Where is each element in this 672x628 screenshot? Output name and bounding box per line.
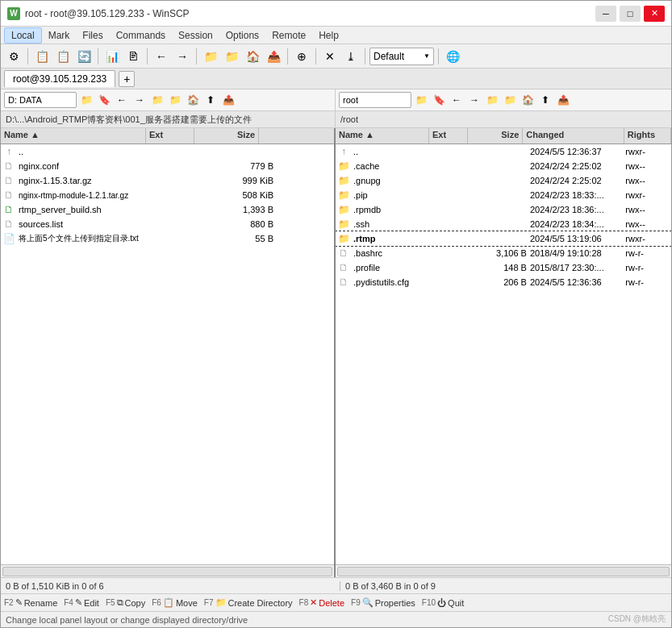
right-nav-back[interactable]: ← <box>449 92 465 108</box>
list-item[interactable]: 📁 .cache 2024/2/24 2:25:02 rwx-- <box>336 159 671 173</box>
right-btn1[interactable]: 📁 <box>484 92 500 108</box>
app-icon: W <box>7 7 20 20</box>
left-scrollbar[interactable] <box>1 564 334 577</box>
list-item[interactable]: 🗋 rtmp_server_build.sh 1,393 B <box>1 202 334 217</box>
list-item[interactable]: 🗋 .pydistutils.cfg 206 B 2024/5/5 12:36:… <box>336 275 671 289</box>
right-bookmark[interactable]: 🔖 <box>431 92 447 108</box>
tb-btn-7[interactable]: 🏠 <box>243 47 262 66</box>
right-h-scrollbar[interactable] <box>337 567 670 576</box>
menu-remote[interactable]: Remote <box>265 28 312 43</box>
transfer-mode-dropdown[interactable]: Default <box>369 48 434 65</box>
preferences-button[interactable]: ⚙ <box>4 47 23 66</box>
shortcut-f8[interactable]: F8 ✕ Delete <box>299 597 344 608</box>
tb-btn-4[interactable]: 🖹 <box>123 47 143 66</box>
left-address-bar: D: DATA 📁 🔖 ← → 📁 📁 🏠 ⬆ 📤 <box>1 89 336 110</box>
right-btn3[interactable]: 🏠 <box>520 92 536 108</box>
left-bookmark[interactable]: 🔖 <box>96 92 112 108</box>
shortcut-f10[interactable]: F10 ⏻ Quit <box>422 598 464 608</box>
left-btn5[interactable]: 📤 <box>220 92 236 108</box>
tb-btn-10[interactable]: ✕ <box>320 47 340 66</box>
session-bar: root@39.105.129.233 + <box>1 69 671 89</box>
left-col-ext[interactable]: Ext <box>146 128 194 143</box>
left-btn3[interactable]: 🏠 <box>185 92 201 108</box>
file-icon: 🗋 <box>337 261 350 274</box>
session-tab[interactable]: root@39.105.129.233 <box>4 70 115 87</box>
left-file-list: ↑ .. 🗋 nginx.conf 779 B 🗋 <box>1 144 334 564</box>
shortcut-f7[interactable]: F7 📁 Create Directory <box>204 597 293 608</box>
left-drive-dropdown[interactable]: D: DATA <box>4 92 77 108</box>
list-item[interactable]: 📁 .ssh 2024/2/23 18:34:... rwx-- <box>336 217 671 231</box>
tb-btn-11[interactable]: ⤓ <box>341 47 361 66</box>
shortcut-f5[interactable]: F5 ⧉ Copy <box>106 597 145 608</box>
tb-nav-fwd[interactable]: → <box>173 47 192 66</box>
list-item[interactable]: 📁 .pip 2024/2/23 18:33:... rwxr- <box>336 188 671 202</box>
list-item[interactable]: 📁 .gnupg 2024/2/24 2:25:02 rwx-- <box>336 173 671 188</box>
left-nav-back[interactable]: ← <box>114 92 130 108</box>
list-item[interactable]: ↑ .. <box>1 144 334 159</box>
menu-commands[interactable]: Commands <box>110 28 172 43</box>
shortcut-bar: F2 ✎ Rename F4 ✎ Edit F5 ⧉ Copy F6 📋 Mov… <box>1 593 671 611</box>
new-session-button[interactable]: + <box>119 71 135 87</box>
right-btn2[interactable]: 📁 <box>502 92 518 108</box>
tb-btn-6[interactable]: 📁 <box>222 47 241 66</box>
right-btn5[interactable]: 📤 <box>555 92 571 108</box>
shortcut-f6[interactable]: F6 📋 Move <box>152 597 198 608</box>
right-col-header: Name ▲ Ext Size Changed Rights <box>336 128 671 144</box>
left-btn4[interactable]: ⬆ <box>202 92 219 108</box>
tb-btn-8[interactable]: 📤 <box>264 47 283 66</box>
maximize-button[interactable]: □ <box>620 6 641 22</box>
right-col-changed[interactable]: Changed <box>523 128 624 143</box>
shortcut-f4[interactable]: F4 ✎ Edit <box>64 597 99 608</box>
shortcut-f9[interactable]: F9 🔍 Properties <box>351 597 415 608</box>
menu-mark[interactable]: Mark <box>42 28 77 43</box>
hint-bar: Change local panel layout or change disp… <box>1 611 671 627</box>
left-nav-fwd[interactable]: → <box>131 92 148 108</box>
menu-files[interactable]: Files <box>76 28 109 43</box>
left-open-folder[interactable]: 📁 <box>78 92 94 108</box>
left-btn1[interactable]: 📁 <box>149 92 165 108</box>
menu-session[interactable]: Session <box>172 28 219 43</box>
tb-btn-1[interactable]: 📋 <box>32 47 52 66</box>
list-item[interactable]: 🗋 .profile 148 B 2015/8/17 23:30:... rw-… <box>336 260 671 275</box>
right-col-rights[interactable]: Rights <box>624 128 671 143</box>
list-item[interactable]: 🗋 nginx-rtmp-module-1.2.1.tar.gz 508 KiB <box>1 188 334 202</box>
folder-icon: 📁 <box>337 160 350 173</box>
file-icon: 🗋 <box>337 247 350 260</box>
left-col-name[interactable]: Name ▲ <box>1 128 146 143</box>
menu-help[interactable]: Help <box>312 28 345 43</box>
tb-btn-9[interactable]: ⊕ <box>292 47 311 66</box>
close-button[interactable]: ✕ <box>644 6 665 22</box>
right-drive-dropdown[interactable]: root <box>339 92 411 108</box>
minimize-button[interactable]: ─ <box>595 6 616 22</box>
list-item[interactable]: 🗋 nginx.conf 779 B <box>1 159 334 173</box>
list-item[interactable]: 📁 .rtmp 2024/5/5 13:19:06 rwxr- <box>336 231 671 246</box>
right-col-ext[interactable]: Ext <box>429 128 469 143</box>
right-col-name[interactable]: Name ▲ <box>336 128 429 143</box>
left-btn2[interactable]: 📁 <box>167 92 183 108</box>
right-col-size[interactable]: Size <box>468 128 523 143</box>
tb-globe[interactable]: 🌐 <box>443 47 462 66</box>
list-item[interactable]: 🗋 .bashrc 3,106 B 2018/4/9 19:10:28 rw-r… <box>336 246 671 260</box>
list-item[interactable]: ↑ .. 2024/5/5 12:36:37 rwxr- <box>336 144 671 159</box>
right-path: /root <box>336 111 671 127</box>
list-item[interactable]: 📄 将上面5个文件上传到指定目录.txt 55 B <box>1 231 334 246</box>
right-btn4[interactable]: ⬆ <box>537 92 553 108</box>
left-status: 0 B of 1,510 KiB in 0 of 6 <box>6 581 340 591</box>
list-item[interactable]: 🗋 nginx-1.15.3.tar.gz 999 KiB <box>1 173 334 188</box>
shortcut-f2[interactable]: F2 ✎ Rename <box>4 597 57 608</box>
list-item[interactable]: 📁 .rpmdb 2024/2/23 18:36:... rwx-- <box>336 202 671 217</box>
file-icon: 🗋 <box>2 189 15 202</box>
left-col-size[interactable]: Size <box>194 128 259 143</box>
right-nav-fwd[interactable]: → <box>466 92 482 108</box>
tb-btn-5[interactable]: 📁 <box>201 47 220 66</box>
menu-options[interactable]: Options <box>219 28 265 43</box>
tb-btn-2[interactable]: 📋 <box>53 47 73 66</box>
right-open-folder[interactable]: 📁 <box>413 92 429 108</box>
tb-nav-back[interactable]: ← <box>152 47 171 66</box>
left-h-scrollbar[interactable] <box>2 567 332 576</box>
menu-local[interactable]: Local <box>4 27 42 44</box>
tb-refresh[interactable]: 🔄 <box>74 47 94 66</box>
tb-btn-3[interactable]: 📊 <box>102 47 122 66</box>
right-scrollbar[interactable] <box>336 564 671 577</box>
list-item[interactable]: 🗋 sources.list 880 B <box>1 217 334 231</box>
